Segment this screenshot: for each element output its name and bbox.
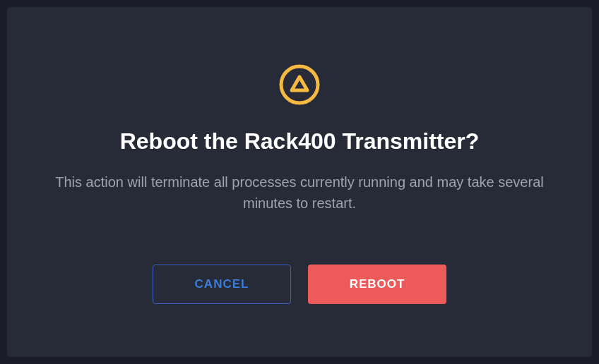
reboot-button[interactable]: REBOOT xyxy=(308,265,446,304)
reboot-dialog: Reboot the Rack400 Transmitter? This act… xyxy=(7,7,592,357)
dialog-body: This action will terminate all processes… xyxy=(45,171,554,214)
button-row: CANCEL REBOOT xyxy=(153,265,446,304)
warning-icon xyxy=(278,63,321,109)
svg-point-0 xyxy=(281,66,318,103)
cancel-button[interactable]: CANCEL xyxy=(153,265,291,304)
dialog-title: Reboot the Rack400 Transmitter? xyxy=(120,128,480,154)
